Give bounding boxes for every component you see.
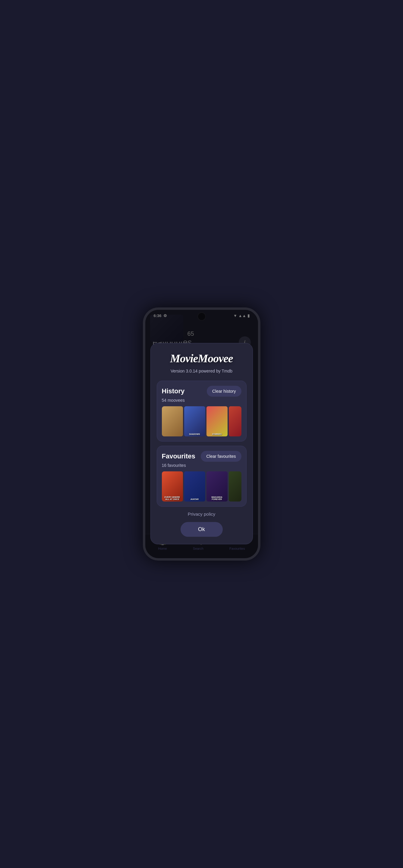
privacy-policy-link[interactable]: Privacy policy (157, 512, 247, 517)
fav-thumb-3: WAKANDA FOREVER (207, 471, 227, 501)
app-logo: MovieMoovee (157, 352, 247, 365)
clear-favourites-button[interactable]: Clear favourites (201, 451, 241, 462)
info-dialog: MovieMoovee Version 3.0.14 powered by Tm… (150, 343, 253, 544)
history-header: History Clear history (162, 386, 242, 397)
favourites-title: Favourites (162, 453, 195, 460)
history-thumb-2: SHADOWS (184, 406, 205, 436)
history-thumb-4 (229, 406, 242, 436)
favourites-movie-strip: EVERY-WHERE ALL AT ONCE AVATAR WAKANDA F… (162, 471, 242, 501)
history-thumb-3: ZOMBIES (207, 406, 227, 436)
favourites-count: 16 favourites (162, 463, 242, 468)
dialog-overlay: MovieMoovee Version 3.0.14 powered by Tm… (145, 310, 258, 558)
phone-frame: 6:36 ⚙ ▼ ▲▲ ▮ Favourites i Movies People (143, 307, 260, 561)
fav-thumb-2: AVATAR (184, 471, 205, 501)
history-movie-strip: SHADOWS ZOMBIES PAMELA (162, 406, 242, 436)
clear-history-button[interactable]: Clear history (207, 386, 242, 397)
history-title: History (162, 387, 185, 395)
history-thumb-1 (162, 406, 183, 436)
version-text: Version 3.0.14 powered by Tmdb (157, 369, 247, 373)
fav-thumb-1: EVERY-WHERE ALL AT ONCE (162, 471, 183, 501)
history-count: 54 moovees (162, 398, 242, 403)
favourites-header: Favourites Clear favourites (162, 451, 242, 462)
ok-button[interactable]: Ok (181, 522, 223, 537)
history-section: History Clear history 54 moovees SHADOWS… (157, 381, 247, 441)
fav-thumb-4 (229, 471, 242, 501)
favourites-section: Favourites Clear favourites 16 favourite… (157, 446, 247, 507)
